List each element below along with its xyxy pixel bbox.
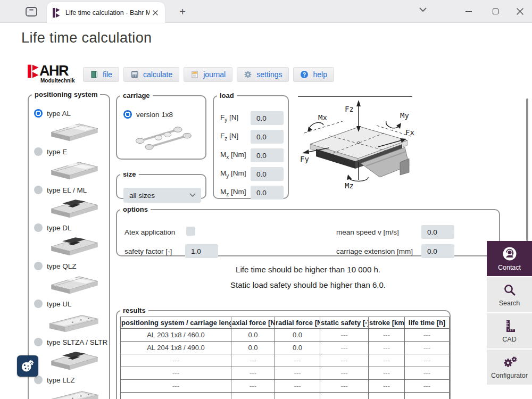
app-window: Life time calculation - Bahr Modu + Life… — [0, 0, 532, 399]
configurator-button[interactable]: Configurator — [487, 350, 532, 385]
new-tab-button[interactable]: + — [176, 5, 189, 19]
radio-type-dl[interactable] — [34, 223, 43, 232]
info-line-1: Life time should be higher than 10 000 h… — [116, 262, 500, 277]
scrollbar-thumb[interactable] — [526, 98, 528, 241]
positioning-option-type-al[interactable]: type AL — [34, 109, 101, 145]
cell: --- — [369, 342, 405, 354]
positioning-option-type-el-ml[interactable]: type EL / ML — [34, 186, 101, 221]
cell: --- — [405, 342, 450, 354]
gear-icon — [244, 70, 252, 79]
tab-close-icon[interactable] — [151, 9, 160, 17]
cell: --- — [275, 367, 320, 380]
results-row: --- --- --- --- --- --- — [121, 380, 450, 393]
help-button[interactable]: ? help — [293, 67, 334, 82]
tab-workspaces-icon[interactable] — [24, 5, 38, 18]
col-static-safety: static safety [-] — [320, 317, 369, 329]
radio-type-e[interactable] — [34, 147, 43, 156]
mx-input[interactable] — [251, 148, 284, 162]
carriage-fieldset: carriage version 1x8 — [116, 92, 206, 160]
mean-speed-input[interactable] — [421, 225, 454, 239]
journal-icon — [190, 70, 199, 79]
positioning-system-fieldset: positioning system type AL type E type E… — [28, 90, 110, 399]
radio-type-llz[interactable] — [34, 376, 43, 384]
fz-input[interactable] — [251, 130, 284, 144]
calculator-icon — [130, 70, 139, 79]
cad-ruler-icon — [503, 319, 517, 333]
size-fieldset: size all sizes — [116, 170, 206, 199]
cell: --- — [405, 329, 450, 342]
cell: --- — [369, 354, 405, 367]
calculate-button[interactable]: calculate — [123, 67, 179, 82]
radio-type-qlz[interactable] — [34, 262, 43, 270]
contact-label: Contact — [498, 264, 521, 271]
cell: --- — [275, 393, 320, 399]
radio-type-al[interactable] — [34, 109, 43, 118]
load-row-mz: Mz [Nm] — [220, 186, 284, 200]
file-button[interactable]: file — [83, 67, 119, 82]
tab-list-chevron-icon[interactable] — [419, 7, 427, 12]
journal-label: journal — [203, 70, 226, 79]
results-row: AL 203 1x8 / 460.0 0.0 0.0 --- --- --- — [121, 329, 450, 342]
cell: --- — [405, 380, 450, 393]
load-row-my: My [Nm] — [220, 167, 284, 181]
fz-label: Fz [N] — [220, 132, 238, 142]
positioning-system-legend: positioning system — [32, 90, 100, 98]
results-fieldset: results positioning system / carriage le… — [116, 306, 451, 399]
cell: --- — [121, 367, 231, 380]
type-sltza-sltr-image — [45, 348, 101, 371]
my-input[interactable] — [251, 167, 284, 181]
info-line-2: Static load safety should be higher than… — [116, 277, 500, 293]
calculate-label: calculate — [143, 70, 172, 79]
positioning-option-type-llz[interactable]: type LLZ — [34, 376, 101, 399]
size-select[interactable]: all sizes — [123, 188, 201, 203]
radio-version-1x8[interactable] — [123, 110, 132, 119]
bahr-logo: AHR Modultechnik — [28, 64, 77, 85]
cad-button[interactable]: CAD — [487, 313, 532, 348]
cell: --- — [320, 329, 369, 342]
cell: --- — [275, 380, 320, 393]
settings-button[interactable]: settings — [237, 67, 289, 82]
page-title: Life time calculation — [21, 30, 152, 46]
window-maximize-button[interactable] — [483, 0, 508, 23]
positioning-option-type-ul[interactable]: type UL — [34, 300, 101, 335]
radio-type-ul[interactable] — [34, 300, 43, 308]
contact-button[interactable]: Contact — [487, 241, 532, 276]
size-legend: size — [120, 170, 139, 178]
window-minimize-button[interactable] — [456, 0, 481, 23]
radio-type-sltza-sltr[interactable] — [34, 338, 43, 346]
type-ul-image — [45, 310, 101, 333]
carriage-extension-input[interactable] — [421, 244, 454, 258]
cell: --- — [369, 367, 405, 380]
cell: --- — [231, 393, 275, 399]
minimize-icon — [466, 11, 472, 12]
window-close-button[interactable] — [508, 0, 532, 23]
svg-text:Fy: Fy — [300, 155, 309, 163]
atex-checkbox[interactable] — [186, 227, 195, 236]
side-panel: Contact Search CAD — [487, 241, 532, 386]
fy-label: Fy [N] — [220, 113, 238, 123]
positioning-option-type-qlz[interactable]: type QLZ — [34, 262, 101, 297]
results-table: positioning system / carriage length axi… — [120, 317, 450, 399]
safety-factor-input[interactable] — [185, 244, 218, 258]
cell: --- — [369, 380, 405, 393]
carriage-option-1x8[interactable]: version 1x8 — [123, 110, 173, 119]
browser-tab[interactable]: Life time calculation - Bahr Modu — [47, 2, 165, 23]
cell: --- — [231, 380, 275, 393]
positioning-option-type-sltza-sltr[interactable]: type SLTZA / SLTR — [34, 338, 107, 373]
cookie-settings-button[interactable] — [17, 355, 38, 377]
cell: --- — [275, 354, 320, 367]
radio-type-el-ml[interactable] — [34, 186, 43, 194]
journal-button[interactable]: journal — [184, 67, 232, 82]
positioning-option-type-dl[interactable]: type DL — [34, 223, 101, 259]
search-button[interactable]: Search — [487, 277, 532, 312]
cell: --- — [405, 393, 450, 399]
fy-input[interactable] — [251, 111, 284, 125]
load-row-fz: Fz [N] — [220, 130, 284, 144]
radio-label: type SLTZA / SLTR — [47, 338, 107, 346]
options-legend: options — [120, 205, 151, 213]
svg-text:Fx: Fx — [405, 128, 414, 137]
positioning-option-type-e[interactable]: type E — [34, 147, 101, 183]
cell: --- — [320, 380, 369, 393]
mz-input[interactable] — [251, 186, 284, 200]
cell: AL 203 1x8 / 460.0 — [121, 329, 231, 342]
